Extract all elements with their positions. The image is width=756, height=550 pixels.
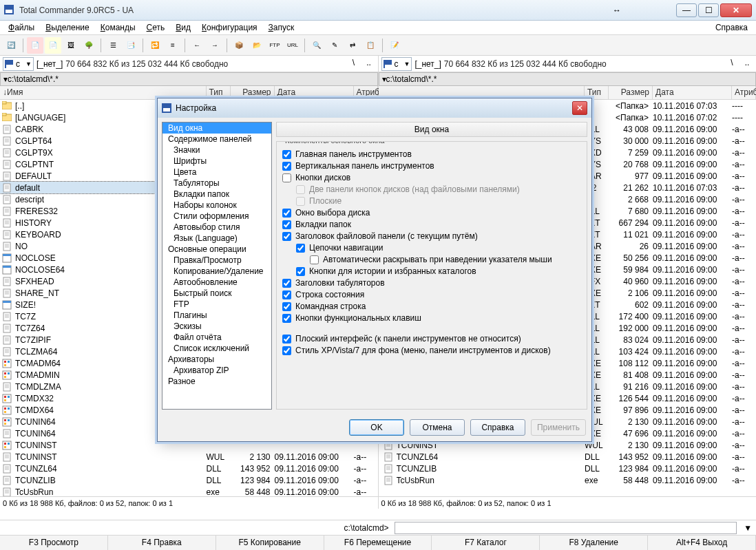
fkey-6[interactable]: Alt+F4 Выход [648, 536, 756, 550]
checkbox[interactable] [282, 335, 291, 343]
left-path[interactable]: ▾ c:\totalcmd\*.* [0, 72, 378, 86]
checkbox-row[interactable]: Вертикальная панель инструментов [282, 161, 581, 171]
checkbox-row[interactable]: Цепочки навигации [296, 243, 581, 253]
settings-tree-item[interactable]: Автовыбор стиля [162, 222, 271, 233]
checkbox[interactable] [282, 220, 291, 229]
checkbox[interactable] [310, 255, 319, 264]
settings-tree-item[interactable]: Разное [162, 376, 271, 387]
tree-icon[interactable]: 🌳 [81, 37, 97, 54]
file-row[interactable]: TcUsbRunexe58 44809.11.2016 09:00-a-- [379, 474, 757, 486]
maximize-button[interactable]: ☐ [698, 3, 719, 17]
settings-tree-item[interactable]: Табуляторы [162, 178, 271, 189]
checkbox-row[interactable]: Главная панель инструментов [282, 149, 581, 159]
checkbox[interactable] [282, 173, 291, 182]
settings-tree-item[interactable]: Копирование/Удаление [162, 266, 271, 277]
notepad-icon[interactable]: 📝 [386, 37, 403, 54]
settings-tree-item[interactable]: Плагины [162, 310, 271, 321]
menu-item-1[interactable]: Выделение [40, 21, 95, 34]
col-attr[interactable]: Атриб [732, 86, 756, 99]
settings-tree-item[interactable]: Содержимое панелей [162, 134, 271, 145]
file-row[interactable]: TCUNZL64DLL143 95209.11.2016 09:00-a-- [379, 451, 757, 463]
checkbox-row[interactable]: Командная строка [282, 302, 581, 311]
right-path[interactable]: ▾ c:\totalcmd\*.* [379, 72, 757, 86]
pack-icon[interactable]: 📦 [231, 37, 247, 54]
settings-tree-item[interactable]: Вкладки папок [162, 189, 271, 200]
checkbox[interactable] [282, 232, 291, 241]
checkbox[interactable] [282, 150, 291, 159]
checkbox[interactable] [282, 162, 291, 171]
command-input[interactable] [395, 522, 737, 534]
settings-tree-item[interactable]: Шрифты [162, 156, 271, 167]
minimize-button[interactable]: — [676, 3, 697, 17]
refresh-icon[interactable]: 🔄 [3, 37, 19, 54]
copy-names-icon[interactable]: 📋 [362, 37, 379, 54]
rename-icon[interactable]: ✎ [326, 37, 343, 54]
toggle2-icon[interactable]: 📑 [123, 37, 139, 54]
checkbox-row[interactable]: Стиль XP/Vista/7 для фона (меню, панели … [282, 346, 581, 355]
fkey-5[interactable]: F8 Удаление [540, 536, 648, 550]
file-row[interactable]: TCUNINSTWUL2 13009.11.2016 09:00-a-- [0, 451, 378, 463]
menu-item-6[interactable]: Запуск [263, 21, 300, 34]
checkbox-row[interactable]: Заголовки табуляторов [282, 278, 581, 288]
sync-icon[interactable]: ⇄ [344, 37, 361, 54]
col-size[interactable]: Размер [609, 86, 653, 99]
settings-tree-item[interactable]: Эскизы [162, 321, 271, 332]
up-button[interactable]: .. [741, 58, 753, 70]
unpack-icon[interactable]: 📂 [249, 37, 265, 54]
checkbox-row[interactable]: Строка состояния [282, 290, 581, 299]
apply-button[interactable]: Применить [531, 419, 586, 436]
checkbox[interactable] [296, 267, 305, 276]
checkbox[interactable] [296, 244, 305, 253]
settings-tree-item[interactable]: Автообновление [162, 277, 271, 288]
settings-tree-item[interactable]: Основные операции [162, 244, 271, 255]
view1-icon[interactable]: 📄 [27, 37, 43, 54]
swap-icon[interactable]: 🔁 [147, 37, 163, 54]
ok-button[interactable]: OK [349, 419, 404, 436]
checkbox[interactable] [282, 302, 291, 311]
settings-tree[interactable]: Вид окнаСодержимое панелейЗначкиШрифтыЦв… [162, 122, 272, 410]
menu-item-5[interactable]: Конфигурация [196, 21, 263, 34]
fkey-0[interactable]: F3 Просмотр [0, 536, 108, 550]
checkbox[interactable] [282, 314, 291, 323]
settings-tree-item[interactable]: Значки [162, 145, 271, 156]
checkbox[interactable] [282, 209, 291, 218]
drive-selector-left[interactable]: c▼ [3, 57, 34, 71]
settings-tree-item[interactable]: Файл отчёта [162, 332, 271, 343]
col-date[interactable]: Дата [653, 86, 732, 99]
settings-tree-item[interactable]: Правка/Просмотр [162, 255, 271, 266]
ftp-icon[interactable]: FTP [266, 37, 283, 54]
settings-tree-item[interactable]: Вид окна [162, 123, 271, 134]
cancel-button[interactable]: Отмена [410, 419, 465, 436]
fkey-2[interactable]: F5 Копирование [216, 536, 324, 550]
checkbox-row[interactable]: Вкладки папок [282, 220, 581, 229]
help-button[interactable]: Справка [470, 419, 525, 436]
fkey-4[interactable]: F7 Каталог [432, 536, 540, 550]
settings-tree-item[interactable]: FTP [162, 299, 271, 310]
root-button[interactable]: \ [348, 58, 360, 70]
menu-help[interactable]: Справка [710, 21, 753, 34]
view3-icon[interactable]: 🖼 [63, 37, 79, 54]
settings-tree-item[interactable]: Быстрый поиск [162, 288, 271, 299]
drive-selector-right[interactable]: c▼ [381, 57, 412, 71]
settings-tree-item[interactable]: Архиваторы [162, 354, 271, 365]
menu-item-2[interactable]: Команды [95, 21, 141, 34]
settings-tree-item[interactable]: Цвета [162, 167, 271, 178]
equal-icon[interactable]: ≡ [165, 37, 181, 54]
checkbox-row[interactable]: Заголовок файловой панели (с текущим пут… [282, 231, 581, 241]
checkbox[interactable] [282, 346, 291, 355]
file-row[interactable]: TCUNZLIBDLL123 98409.11.2016 09:00-a-- [0, 474, 378, 486]
chevron-down-icon[interactable]: ↔ [613, 6, 621, 15]
checkbox[interactable] [282, 290, 291, 299]
checkbox[interactable] [282, 279, 291, 288]
checkbox-row[interactable]: Окно выбора диска [282, 208, 581, 218]
checkbox-row[interactable]: Кнопки для истории и избранных каталогов [296, 266, 581, 276]
checkbox-row[interactable]: Кнопки функциональных клавиш [282, 313, 581, 323]
root-button[interactable]: \ [726, 58, 738, 70]
settings-tree-item[interactable]: Стили оформления [162, 211, 271, 222]
up-button[interactable]: .. [363, 58, 375, 70]
checkbox-row[interactable]: Плоский интерфейс (к панели инструментов… [282, 334, 581, 343]
file-row[interactable]: TCUNZL64DLL143 95209.11.2016 09:00-a-- [0, 463, 378, 474]
fkey-1[interactable]: F4 Правка [108, 536, 216, 550]
toggle1-icon[interactable]: ☰ [105, 37, 121, 54]
cmd-dropdown-icon[interactable]: ▼ [739, 523, 756, 533]
